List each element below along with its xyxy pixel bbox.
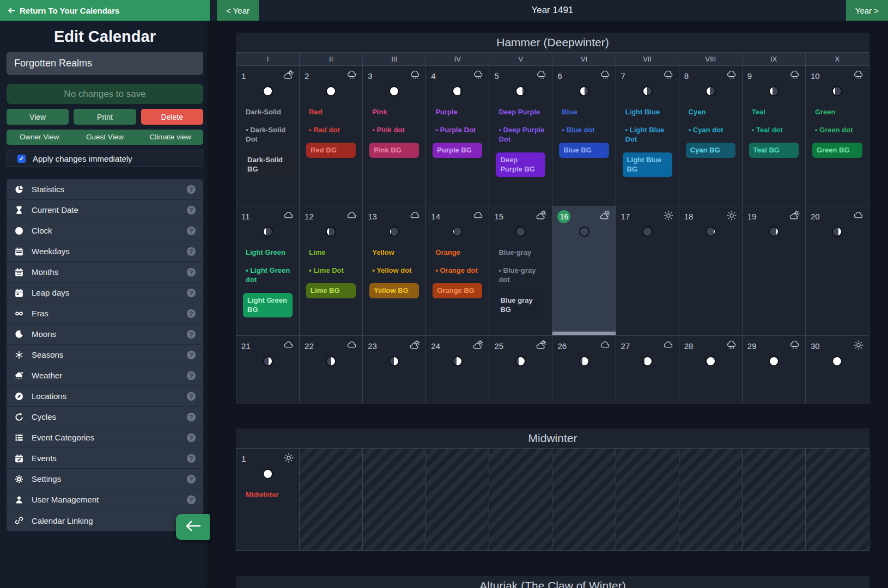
sidebar-item-seasons[interactable]: Seasons?: [7, 345, 203, 365]
calendar-event[interactable]: Lime: [305, 248, 357, 258]
help-icon[interactable]: ?: [187, 185, 196, 194]
day-cell-20[interactable]: 20: [806, 206, 869, 335]
help-icon[interactable]: ?: [187, 392, 196, 401]
calendar-event[interactable]: Purple Dot: [431, 125, 484, 135]
calendar-name-input[interactable]: [7, 52, 203, 75]
calendar-event[interactable]: Light Green BG: [243, 293, 293, 317]
calendar-event[interactable]: Yellow: [368, 248, 421, 258]
calendar-event[interactable]: Purple BG: [433, 143, 482, 158]
calendar-event[interactable]: Pink dot: [368, 125, 421, 135]
calendar-event[interactable]: Dark-Solid Dot: [241, 125, 294, 144]
owner-view-button[interactable]: Owner View: [7, 130, 72, 145]
calendar-event[interactable]: Teal BG: [749, 143, 799, 158]
calendar-event[interactable]: Light Green: [241, 248, 294, 258]
day-cell-9[interactable]: 9TealTeal dotTeal BG: [743, 66, 806, 206]
help-icon[interactable]: ?: [187, 226, 196, 235]
calendar-event[interactable]: Teal dot: [747, 125, 800, 135]
calendar-event[interactable]: Purple: [431, 107, 484, 117]
help-icon[interactable]: ?: [187, 289, 196, 297]
delete-button[interactable]: Delete: [141, 109, 203, 125]
save-button[interactable]: No changes to save: [7, 84, 203, 104]
calendar-event[interactable]: Light Blue BG: [623, 152, 672, 177]
day-cell-15[interactable]: 15Blue-grayBlue-gray dotBlue gray BG: [489, 206, 552, 335]
calendar-event[interactable]: Light Green dot: [241, 266, 294, 285]
help-icon[interactable]: ?: [187, 268, 196, 277]
day-cell-1[interactable]: 1Midwinter: [236, 449, 300, 550]
help-icon[interactable]: ?: [187, 495, 196, 504]
day-cell-12[interactable]: 12LimeLime DotLime BG: [300, 206, 363, 335]
help-icon[interactable]: ?: [187, 371, 196, 380]
calendar-event[interactable]: Green BG: [812, 143, 862, 158]
day-cell-14[interactable]: 14OrangeOrange dotOrange BG: [426, 206, 489, 335]
sidebar-item-current-date[interactable]: Current Date?: [7, 200, 203, 220]
climate-view-button[interactable]: Climate view: [138, 130, 203, 145]
sidebar-item-cycles[interactable]: Cycles?: [7, 407, 203, 427]
day-cell-3[interactable]: 3PinkPink dotPink BG: [363, 66, 426, 206]
help-icon[interactable]: ?: [187, 330, 196, 339]
calendar-event[interactable]: Red dot: [305, 125, 357, 135]
apply-changes-row[interactable]: ✓ Apply changes immediately: [7, 150, 203, 167]
calendar-event[interactable]: Pink BG: [369, 143, 419, 158]
guest-view-button[interactable]: Guest View: [72, 130, 137, 145]
help-icon[interactable]: ?: [187, 351, 196, 359]
sidebar-item-statistics[interactable]: Statistics?: [7, 179, 203, 200]
day-cell-5[interactable]: 5Deep PurpleDeep Purple DotDeep Purple B…: [489, 66, 552, 206]
day-cell-26[interactable]: 26: [552, 336, 616, 403]
sidebar-item-weekdays[interactable]: Weekdays?: [7, 241, 203, 262]
next-year-button[interactable]: Year >: [846, 0, 888, 21]
day-cell-10[interactable]: 10GreenGreen dotGreen BG: [806, 66, 869, 206]
sidebar-item-user-management[interactable]: User Management?: [7, 489, 203, 510]
help-icon[interactable]: ?: [187, 206, 196, 215]
sidebar-item-eras[interactable]: Eras?: [7, 303, 203, 324]
calendar-event[interactable]: Deep Purple Dot: [494, 125, 547, 144]
day-cell-22[interactable]: 22: [300, 336, 363, 403]
day-cell-30[interactable]: 30: [806, 336, 869, 403]
day-cell-19[interactable]: 19: [743, 206, 806, 335]
return-to-calendars-button[interactable]: Return To Your Calendars: [0, 0, 210, 21]
day-cell-2[interactable]: 2RedRed dotRed BG: [300, 66, 363, 206]
calendar-event[interactable]: Orange BG: [433, 283, 482, 298]
day-cell-11[interactable]: 11Light GreenLight Green dotLight Green …: [236, 206, 300, 335]
help-icon[interactable]: ?: [187, 454, 196, 463]
calendar-event[interactable]: Green dot: [811, 125, 864, 135]
day-cell-16[interactable]: 16: [552, 206, 616, 335]
day-cell-24[interactable]: 24: [426, 336, 489, 403]
print-button[interactable]: Print: [74, 109, 136, 125]
calendar-event[interactable]: Blue-gray: [494, 248, 547, 258]
sidebar-item-locations[interactable]: Locations?: [7, 386, 203, 407]
sidebar-item-clock[interactable]: Clock?: [7, 220, 203, 241]
calendar-event[interactable]: Deep Purple BG: [496, 152, 545, 177]
day-cell-23[interactable]: 23: [363, 336, 426, 403]
prev-year-button[interactable]: < Year: [217, 0, 259, 21]
calendar-event[interactable]: Blue BG: [559, 143, 609, 158]
calendar-event[interactable]: Midwinter: [241, 490, 294, 500]
calendar-event[interactable]: Cyan dot: [684, 125, 737, 135]
day-cell-8[interactable]: 8CyanCyan dotCyan BG: [679, 66, 743, 206]
calendar-event[interactable]: Deep Purple: [494, 107, 547, 117]
day-cell-6[interactable]: 6BlueBlue dotBlue BG: [552, 66, 616, 206]
day-cell-7[interactable]: 7Light BlueLight Blue DotLight Blue BG: [616, 66, 679, 206]
collapse-sidebar-button[interactable]: [176, 514, 210, 540]
checkbox-icon[interactable]: ✓: [17, 155, 26, 163]
calendar-event[interactable]: Blue-gray dot: [494, 266, 547, 285]
calendar-event[interactable]: Blue: [557, 107, 610, 117]
calendar-event[interactable]: Cyan: [684, 107, 737, 117]
day-cell-21[interactable]: 21: [236, 336, 300, 403]
help-icon[interactable]: ?: [187, 413, 196, 421]
calendar-event[interactable]: Lime Dot: [305, 266, 357, 275]
day-cell-17[interactable]: 17: [616, 206, 679, 335]
sidebar-item-leap-days[interactable]: Leap days?: [7, 283, 203, 303]
sidebar-item-weather[interactable]: Weather?: [7, 365, 203, 386]
calendar-event[interactable]: Red BG: [306, 143, 356, 158]
calendar-event[interactable]: Lime BG: [306, 283, 356, 298]
day-cell-25[interactable]: 25: [489, 336, 552, 403]
sidebar-item-settings[interactable]: Settings?: [7, 469, 203, 489]
sidebar-item-months[interactable]: Months?: [7, 262, 203, 283]
sidebar-item-calendar-linking[interactable]: Calendar Linking?: [7, 510, 203, 531]
calendar-event[interactable]: Red: [305, 107, 357, 117]
sidebar-item-moons[interactable]: Moons?: [7, 324, 203, 345]
calendar-event[interactable]: Dark-Solid: [241, 107, 294, 117]
view-button[interactable]: View: [7, 109, 69, 125]
calendar-event[interactable]: Blue gray BG: [496, 293, 545, 317]
calendar-event[interactable]: Cyan BG: [686, 143, 735, 158]
